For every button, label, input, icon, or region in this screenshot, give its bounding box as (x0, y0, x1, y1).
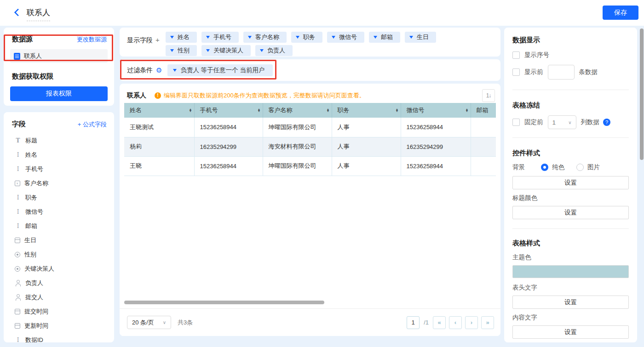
first-page-icon[interactable] (433, 316, 446, 329)
text-icon (15, 166, 21, 172)
field-item-decision-maker[interactable]: 关键决策人 (4, 262, 114, 276)
display-fields-panel: 显示字段+ 姓名 手机号 客户名称 职务 微信号 邮箱 生日 性别 关键决策人 … (120, 28, 500, 57)
column-header[interactable]: 客户名称▲▼ (263, 103, 332, 118)
background-set-button[interactable]: 设置 (512, 176, 629, 189)
sort-icon[interactable]: ▲▼ (327, 108, 330, 112)
display-field-chip[interactable]: 邮箱 (369, 32, 400, 43)
table-title: 联系人 (127, 91, 146, 100)
field-item-data-id[interactable]: 数据ID (4, 333, 114, 342)
add-display-field-button[interactable]: + (155, 36, 160, 44)
field-item-wechat[interactable]: 微信号 (4, 205, 114, 219)
change-datasource-link[interactable]: 更改数据源 (77, 35, 107, 44)
column-header[interactable]: 邮箱 (471, 103, 496, 118)
prev-page-icon[interactable] (449, 316, 462, 329)
table-header-row: 姓名▲▼ 手机号▲▼ 客户名称▲▼ 职务▲▼ 微信号▲▼ 邮箱 (124, 103, 496, 118)
header-text-label: 表头文字 (512, 284, 629, 292)
help-icon[interactable] (603, 119, 610, 126)
datasource-item-label: 联系人 (24, 52, 42, 60)
divider (512, 228, 629, 229)
display-field-chip[interactable]: 微信号 (327, 32, 364, 43)
column-header[interactable]: 姓名▲▼ (124, 103, 194, 118)
show-index-checkbox[interactable] (512, 51, 520, 59)
field-item-phone[interactable]: 手机号 (4, 162, 114, 176)
datasource-panel: 数据源 更改数据源 联系人 数据获取权限 报表权限 (4, 28, 114, 106)
chevron-down-icon (568, 120, 571, 125)
table-row[interactable]: 王晓测试 15236258944 坤曜国际有限公司 人事 15236258944 (124, 118, 496, 137)
last-page-icon[interactable] (481, 316, 494, 329)
total-pages: /1 (424, 319, 429, 326)
show-first-checkbox[interactable] (512, 68, 520, 76)
field-item-job[interactable]: 职务 (4, 190, 114, 205)
display-field-chip[interactable]: 性别 (166, 45, 197, 56)
divider (512, 90, 629, 90)
display-field-chip[interactable]: 负责人 (255, 45, 293, 56)
horizontal-scrollbar[interactable] (124, 301, 324, 304)
field-item-gender[interactable]: 性别 (4, 247, 114, 262)
show-first-count-input[interactable] (548, 65, 575, 80)
chevron-down-icon (296, 36, 299, 39)
gear-icon[interactable] (156, 66, 162, 74)
display-field-chip[interactable]: 职务 (291, 32, 322, 43)
divider (512, 137, 629, 138)
field-item-submitter[interactable]: 提交人 (4, 290, 114, 304)
field-item-birthday[interactable]: 生日 (4, 233, 114, 247)
back-icon[interactable] (13, 8, 21, 17)
page-number-input[interactable]: 1 (407, 316, 420, 329)
field-item-update-time[interactable]: 更新时间 (4, 319, 114, 333)
fields-heading: 字段 (12, 120, 26, 129)
image-radio[interactable] (576, 164, 584, 171)
add-formula-field-link[interactable]: + 公式字段 (78, 120, 107, 129)
data-table: 姓名▲▼ 手机号▲▼ 客户名称▲▼ 职务▲▼ 微信号▲▼ 邮箱 王晓测试 152… (124, 103, 496, 176)
solid-color-label: 纯色 (552, 163, 564, 171)
filter-condition-chip[interactable]: 负责人 等于任意一个 当前用户 (167, 64, 273, 76)
chevron-down-icon (206, 36, 210, 39)
column-header[interactable]: 职务▲▼ (332, 103, 401, 118)
table-row[interactable]: 王晓 15236258944 坤曜国际有限公司 人事 15236258944 (124, 156, 496, 176)
title-color-label: 标题颜色 (512, 194, 629, 202)
data-display-heading: 数据显示 (512, 36, 629, 45)
filter-label: 过滤条件 (127, 66, 153, 74)
field-item-customer[interactable]: 客户名称 (4, 176, 114, 190)
title-color-set-button[interactable]: 设置 (512, 206, 629, 219)
select-icon (15, 181, 20, 186)
field-item-submit-time[interactable]: 提交时间 (4, 304, 114, 319)
member-icon (15, 280, 21, 286)
display-field-chip[interactable]: 生日 (405, 32, 436, 43)
field-item-name[interactable]: 姓名 (4, 148, 114, 162)
chevron-down-icon (248, 36, 252, 39)
table-style-heading: 表格样式 (512, 239, 629, 248)
header-text-set-button[interactable]: 设置 (512, 296, 629, 309)
table-row[interactable]: 杨莉 16235294299 海安材料有限公司 人事 16235294299 (124, 137, 496, 156)
sort-icon[interactable]: ▲▼ (258, 108, 261, 112)
column-header[interactable]: 手机号▲▼ (194, 103, 263, 118)
theme-color-swatch[interactable] (512, 265, 629, 278)
display-field-chip[interactable]: 关键决策人 (201, 45, 251, 56)
file-icon (14, 53, 20, 60)
solid-color-radio[interactable] (541, 164, 548, 171)
save-button[interactable]: 保存 (603, 6, 638, 20)
datasource-item[interactable]: 联系人 (10, 49, 108, 63)
preview-warning: 编辑界面只取数据源前200条作为查询数据预览，完整数据请访问页面查看。 (155, 91, 482, 100)
display-field-chip[interactable]: 手机号 (201, 32, 239, 43)
column-header[interactable]: 微信号▲▼ (401, 103, 471, 118)
freeze-count-select[interactable]: 1 (548, 115, 576, 129)
field-item-title[interactable]: 标题 (4, 133, 114, 148)
field-item-owner[interactable]: 负责人 (4, 276, 114, 290)
freeze-checkbox[interactable] (512, 119, 520, 126)
sort-order-icon[interactable] (482, 89, 495, 102)
field-item-email[interactable]: 邮箱 (4, 219, 114, 233)
pagination-bar: 20 条/页 共3条 1 /1 (120, 308, 500, 336)
content-text-set-button[interactable]: 设置 (512, 325, 629, 339)
sort-icon[interactable]: ▲▼ (189, 108, 192, 112)
page-size-select[interactable]: 20 条/页 (127, 316, 171, 329)
next-page-icon[interactable] (465, 316, 478, 329)
chevron-down-icon (170, 49, 174, 52)
sort-icon[interactable]: ▲▼ (466, 108, 469, 112)
display-field-chip[interactable]: 客户名称 (243, 32, 287, 43)
sort-icon[interactable]: ▲▼ (396, 108, 399, 112)
display-field-chip[interactable]: 姓名 (166, 32, 197, 43)
radio-icon (15, 266, 20, 272)
chevron-down-icon (206, 49, 210, 52)
report-permission-button[interactable]: 报表权限 (10, 86, 108, 101)
vertical-scrollbar[interactable] (640, 28, 644, 160)
